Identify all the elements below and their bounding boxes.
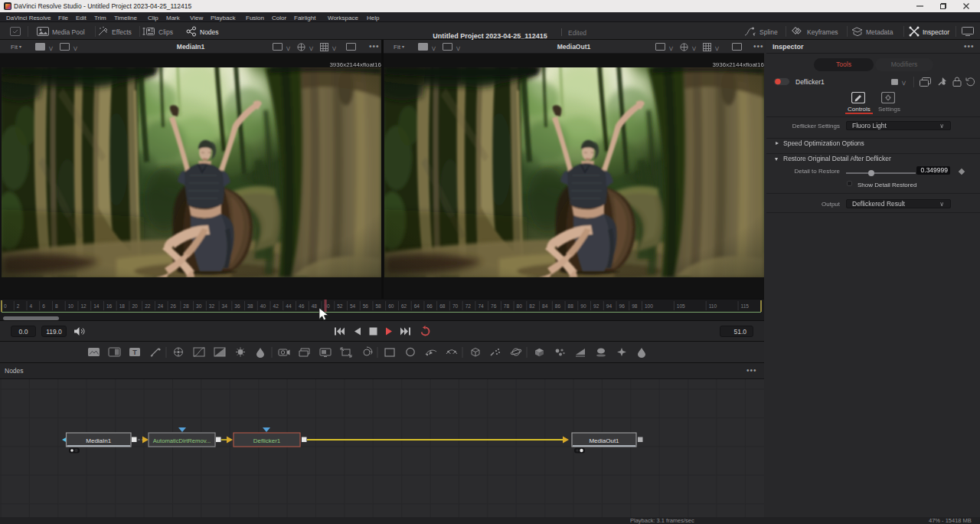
svg-text:22: 22	[145, 303, 151, 309]
svg-text:32: 32	[209, 303, 215, 309]
svg-text:6: 6	[42, 303, 45, 309]
svg-text:10: 10	[68, 303, 74, 309]
svg-text:28: 28	[183, 303, 189, 309]
svg-text:105: 105	[677, 303, 685, 309]
svg-text:98: 98	[632, 303, 638, 309]
svg-text:38: 38	[247, 303, 253, 309]
svg-text:52: 52	[337, 303, 343, 309]
svg-text:60: 60	[388, 303, 394, 309]
svg-text:66: 66	[426, 303, 433, 309]
svg-text:0: 0	[4, 303, 7, 309]
svg-text:90: 90	[580, 303, 586, 309]
svg-text:78: 78	[504, 303, 510, 309]
svg-text:84: 84	[542, 303, 548, 309]
svg-text:46: 46	[299, 303, 305, 309]
svg-text:110: 110	[709, 303, 717, 309]
svg-text:12: 12	[80, 303, 87, 309]
svg-text:42: 42	[273, 303, 279, 309]
svg-text:68: 68	[439, 303, 446, 309]
svg-text:100: 100	[645, 303, 653, 309]
svg-text:72: 72	[466, 303, 472, 309]
svg-text:88: 88	[568, 303, 574, 309]
svg-text:30: 30	[196, 303, 202, 309]
svg-text:40: 40	[260, 303, 266, 309]
svg-text:20: 20	[132, 303, 138, 309]
svg-text:96: 96	[619, 303, 626, 309]
svg-text:86: 86	[555, 303, 561, 309]
svg-text:64: 64	[414, 303, 420, 309]
svg-text:AutomaticDirtRemov...: AutomaticDirtRemov...	[153, 437, 211, 444]
svg-text:58: 58	[375, 303, 381, 309]
svg-text:76: 76	[491, 303, 497, 309]
svg-text:80: 80	[517, 303, 523, 309]
svg-text:92: 92	[593, 303, 599, 309]
svg-text:MediaIn1: MediaIn1	[86, 437, 111, 444]
svg-text:2: 2	[17, 303, 20, 309]
svg-text:54: 54	[350, 303, 356, 309]
svg-text:T: T	[132, 349, 137, 356]
svg-text:62: 62	[401, 303, 407, 309]
svg-text:MediaOut1: MediaOut1	[589, 437, 619, 444]
svg-text:74: 74	[478, 303, 484, 309]
svg-text:4: 4	[29, 303, 32, 309]
svg-text:56: 56	[363, 303, 369, 309]
svg-text:8: 8	[55, 303, 58, 309]
svg-text:16: 16	[106, 303, 113, 309]
svg-text:44: 44	[286, 303, 292, 309]
svg-text:14: 14	[93, 303, 100, 309]
svg-text:24: 24	[158, 303, 164, 309]
svg-text:94: 94	[606, 303, 612, 309]
svg-text:115: 115	[741, 303, 750, 309]
svg-text:70: 70	[452, 303, 459, 309]
svg-text:Deflicker1: Deflicker1	[253, 437, 281, 444]
svg-text:18: 18	[119, 303, 126, 309]
svg-text:26: 26	[171, 303, 177, 309]
svg-text:36: 36	[234, 303, 240, 309]
svg-text:34: 34	[222, 303, 228, 309]
svg-text:82: 82	[529, 303, 535, 309]
